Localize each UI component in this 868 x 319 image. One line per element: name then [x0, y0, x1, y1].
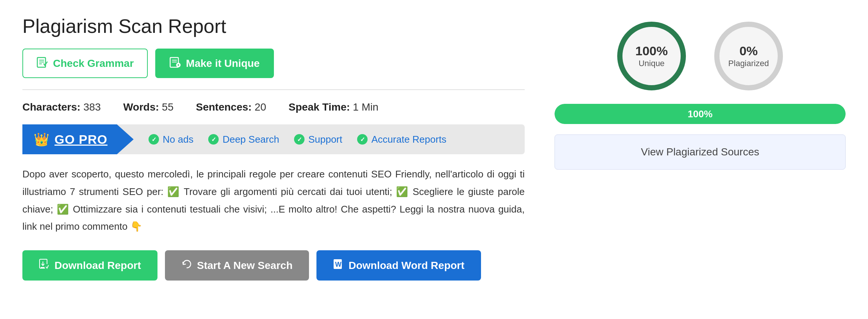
progress-label: 100%	[688, 108, 713, 120]
download-report-button[interactable]: Download Report	[22, 250, 157, 281]
page-title: Plagiarism Scan Report	[22, 15, 525, 37]
feature-no-ads-label: No ads	[163, 134, 193, 145]
view-sources-label: View Plagiarized Sources	[641, 146, 759, 158]
feature-no-ads: ✓ No ads	[149, 134, 193, 145]
check-grammar-label: Check Grammar	[53, 58, 134, 69]
download-word-label: Download Word Report	[349, 260, 465, 272]
progress-bar-background: 100%	[555, 104, 846, 124]
sentences-stat: Sentences: 20	[196, 101, 266, 113]
unique-circle-wrapper: 100% Unique	[614, 19, 689, 93]
speak-time-stat: Speak Time: 1 Min	[288, 101, 378, 113]
new-search-button[interactable]: Start A New Search	[165, 250, 309, 281]
feature-deep-search-label: Deep Search	[222, 134, 279, 145]
action-buttons: Check Grammar Make it Unique	[22, 49, 525, 78]
go-pro-label: GO PRO	[54, 132, 107, 147]
check-icon-support: ✓	[294, 134, 305, 145]
circles-row: 100% Unique 0% Plagiarized	[614, 19, 786, 93]
progress-container: 100%	[555, 104, 846, 124]
characters-stat: Characters: 383	[22, 101, 101, 113]
check-icon-deep-search: ✓	[208, 134, 219, 145]
feature-deep-search: ✓ Deep Search	[208, 134, 279, 145]
word-icon: W	[333, 258, 344, 272]
go-pro-banner[interactable]: 👑 GO PRO ✓ No ads ✓ Deep Search ✓ Suppor…	[22, 124, 525, 154]
plagiarized-circle-container: 0% Plagiarized	[711, 19, 786, 93]
go-pro-left: 👑 GO PRO	[22, 124, 134, 154]
main-container: Plagiarism Scan Report Check Grammar	[22, 15, 846, 281]
refresh-icon	[181, 258, 193, 272]
feature-accurate-label: Accurate Reports	[371, 134, 446, 145]
crown-icon: 👑	[34, 132, 49, 147]
check-grammar-button[interactable]: Check Grammar	[22, 49, 148, 78]
content-text: Dopo aver scoperto, questo mercoledì, le…	[22, 165, 525, 235]
feature-accurate-reports: ✓ Accurate Reports	[357, 134, 446, 145]
plagiarized-circle-label: 0% Plagiarized	[728, 43, 769, 68]
download-report-label: Download Report	[54, 260, 141, 272]
stats-row: Characters: 383 Words: 55 Sentences: 20 …	[22, 101, 525, 113]
make-unique-button[interactable]: Make it Unique	[155, 49, 274, 78]
new-search-label: Start A New Search	[197, 260, 293, 272]
svg-text:W: W	[335, 261, 341, 268]
view-plagiarized-sources-button[interactable]: View Plagiarized Sources	[555, 134, 846, 170]
check-icon-accurate: ✓	[357, 134, 368, 145]
unique-circle-container: 100% Unique	[614, 19, 689, 93]
unique-circle-label: 100% Unique	[636, 43, 668, 68]
feature-support: ✓ Support	[294, 134, 342, 145]
right-panel: 100% Unique 0% Plagiarized	[555, 15, 846, 281]
bottom-buttons: Download Report Start A New Search W	[22, 250, 525, 281]
section-divider	[22, 89, 525, 90]
download-report-icon	[39, 258, 50, 272]
plagiarized-circle-wrapper: 0% Plagiarized	[711, 19, 786, 93]
go-pro-features: ✓ No ads ✓ Deep Search ✓ Support ✓ Accur…	[134, 134, 461, 145]
grammar-icon	[37, 56, 49, 71]
make-unique-icon	[169, 56, 181, 71]
download-word-button[interactable]: W Download Word Report	[316, 250, 481, 281]
progress-bar-fill: 100%	[555, 104, 846, 124]
words-stat: Words: 55	[123, 101, 174, 113]
make-unique-label: Make it Unique	[186, 58, 260, 69]
feature-support-label: Support	[308, 134, 342, 145]
left-panel: Plagiarism Scan Report Check Grammar	[22, 15, 525, 281]
check-icon-no-ads: ✓	[149, 134, 159, 145]
